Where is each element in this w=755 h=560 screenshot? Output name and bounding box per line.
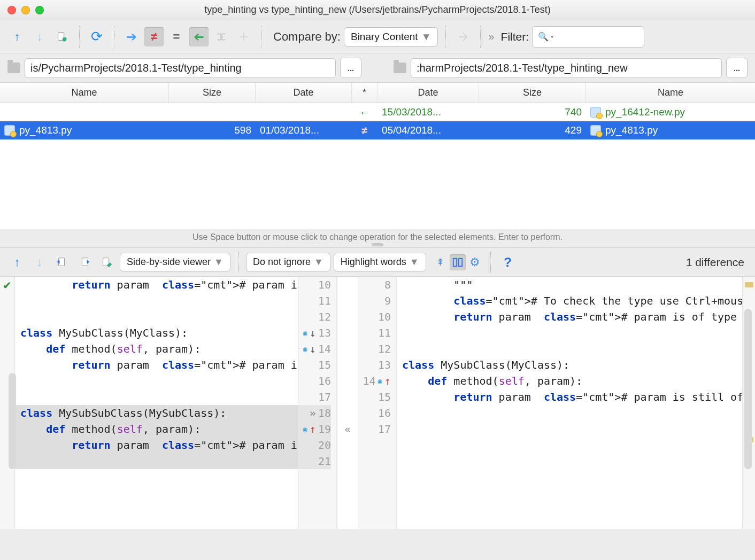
code-line[interactable] [15,389,298,405]
arrow-down-icon: ↓ [37,255,43,269]
python-file-icon [590,125,601,136]
code-line[interactable]: """ [397,277,742,293]
diff-area: ✔ return param class="cmt"># param is of… [0,277,755,529]
arrow-down-icon: ↓ [37,30,43,44]
code-line[interactable] [397,341,742,357]
sync-toolbar: ↑ ↓ ⟳ ➔ ≠ = ➔ Compare by: Binary Content… [0,20,755,53]
code-line[interactable]: def method(self, param): [15,421,298,437]
two-pane-icon [452,256,464,268]
col-name-right[interactable]: Name [586,83,755,103]
right-path-input[interactable]: :harmProjects/2018.1-Test/type_hinting_n… [411,58,722,78]
code-line[interactable]: return param class="cmt"># param is of t… [397,309,742,325]
page-edit-icon [56,31,68,43]
code-line[interactable]: return param class="cmt"># param is stil [15,437,298,453]
highlight-select[interactable]: Highlight words ▼ [334,253,426,271]
op-arrow-left-icon[interactable]: ← [359,106,370,119]
settings-button[interactable]: ⚙ [467,254,483,270]
zoom-window-button[interactable] [35,6,44,14]
filter-new-right-button[interactable]: ➔ [122,27,141,46]
edit-diff-button[interactable] [97,253,117,272]
col-date-left[interactable]: Date [256,83,352,103]
filter-different-button[interactable]: ≠ [144,27,164,46]
stripe-marker[interactable] [745,282,753,287]
file-row[interactable]: ← 15/03/2018... 740 py_16412-new.py [0,103,755,121]
compare-by-select[interactable]: Binary Content ▼ [344,27,438,46]
refresh-button[interactable]: ⟳ [87,27,106,46]
left-path-input[interactable]: is/PycharmProjects/2018.1-Test/type_hint… [25,58,336,78]
code-line[interactable]: class MySubClass(MyClass): [397,357,742,373]
equal-icon: = [173,30,180,44]
code-line[interactable] [15,309,298,325]
code-line[interactable]: class MySubSubClass(MySubClass): [15,405,298,421]
next-difference-button[interactable]: ↓ [30,27,49,46]
search-icon: 🔍 [538,32,549,42]
cell-name-right: py_4813.py [605,125,658,136]
folder-icon [394,63,406,73]
filter-equal-button[interactable]: = [167,27,186,46]
filter-new-left-button[interactable]: ➔ [189,27,209,46]
hint-bar: Use Space button or mouse click to chang… [0,229,755,248]
jump-source-right-button[interactable] [75,253,94,272]
svg-rect-5 [459,258,462,266]
code-line[interactable] [397,405,742,421]
gutter-line: 12 [299,309,331,325]
collapse-icon: ⇞ [436,256,444,268]
titlebar: type_hinting vs type_hinting_new (/Users… [0,0,755,20]
edit-source-button[interactable] [52,27,72,46]
browse-right-button[interactable]: ... [726,58,748,78]
splitter-handle[interactable] [372,243,383,246]
scrollbar[interactable] [9,373,16,469]
code-line[interactable] [397,437,742,453]
close-window-button[interactable] [7,6,16,14]
merge-all-button[interactable] [234,27,253,46]
code-line[interactable]: return param class="cmt"># param is stil [15,357,298,373]
jump-source-left-button[interactable] [52,253,72,272]
filter-search-input[interactable]: 🔍 ▾ [532,26,644,48]
browse-left-button[interactable]: ... [340,58,361,78]
next-change-button[interactable]: ↓ [30,253,49,272]
code-line[interactable] [397,453,742,469]
file-row[interactable]: py_4813.py 598 01/03/2018... ≠ 05/04/201… [0,121,755,139]
right-code-pane[interactable]: """ class="cmt"># To check the type use … [397,277,742,529]
dropdown-caret-icon: ▼ [421,31,432,43]
code-line[interactable] [15,293,298,309]
code-line[interactable] [397,325,742,341]
middle-divider: « [337,277,358,529]
code-line[interactable] [15,453,298,469]
code-line[interactable]: def method(self, param): [397,373,742,389]
sync-scroll-button[interactable] [450,254,466,270]
gutter-line: 17 [299,389,331,405]
collapse-unchanged-button[interactable]: ⇞ [433,254,449,270]
code-line[interactable]: def method(self, param): [15,341,298,357]
scrollbar[interactable] [744,309,752,469]
arrow-left-green-icon: ➔ [194,29,204,44]
code-line[interactable] [15,373,298,389]
help-button[interactable]: ? [498,253,518,272]
minimize-window-button[interactable] [21,6,30,14]
viewer-mode-select[interactable]: Side-by-side viewer ▼ [120,253,230,271]
col-size-right[interactable]: Size [479,83,586,103]
merge-icon [215,31,227,43]
col-name-left[interactable]: Name [0,83,169,103]
merge-button[interactable] [212,27,231,46]
code-line[interactable] [397,421,742,437]
help-icon: ? [504,255,512,270]
gutter-line: 15 [358,389,391,405]
code-line[interactable]: class MySubClass(MyClass): [15,325,298,341]
gear-icon: ⚙ [469,255,480,269]
col-date-right[interactable]: Date [378,83,479,103]
code-line[interactable]: class="cmt"># To check the type use Ctrl… [397,293,742,309]
gutter-line: 20 [299,437,331,453]
expand-all-button[interactable] [453,27,473,46]
col-op[interactable]: * [352,83,378,103]
not-equal-icon: ≠ [151,30,157,44]
prev-difference-button[interactable]: ↑ [7,27,27,46]
op-not-equal-icon[interactable]: ≠ [362,125,368,137]
code-line[interactable]: return param class="cmt"># param is of t [15,277,298,293]
gutter-line: 9 [358,293,391,309]
left-code-pane[interactable]: return param class="cmt"># param is of t… [15,277,298,529]
code-line[interactable]: return param class="cmt"># param is stil… [397,389,742,405]
col-size-left[interactable]: Size [169,83,256,103]
whitespace-select[interactable]: Do not ignore ▼ [246,253,330,271]
prev-change-button[interactable]: ↑ [7,253,27,272]
